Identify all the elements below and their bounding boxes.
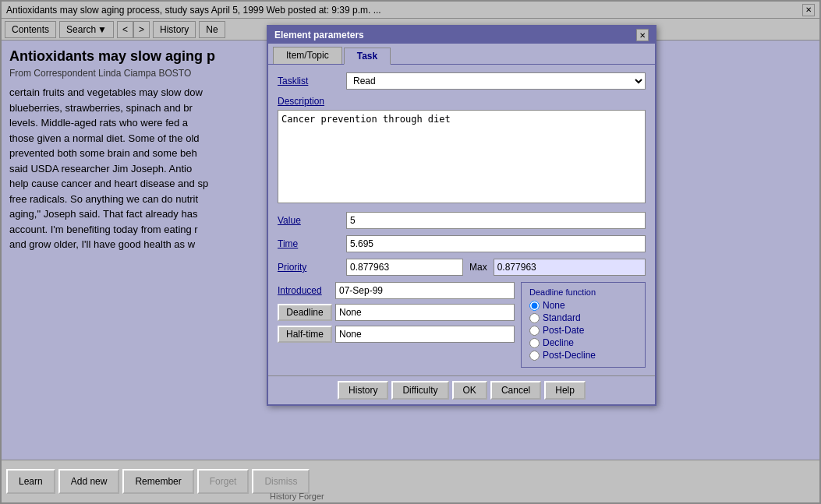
- nav-back-button[interactable]: <: [117, 21, 133, 38]
- history-dialog-button[interactable]: History: [338, 381, 388, 400]
- deadline-option-decline[interactable]: Decline: [529, 337, 637, 348]
- history-button[interactable]: History: [153, 21, 196, 38]
- main-window: Antioxidants may slow aging process, stu…: [0, 0, 821, 504]
- deadline-row: Deadline: [278, 304, 515, 321]
- nav-forward-button[interactable]: >: [133, 21, 150, 38]
- ne-button[interactable]: Ne: [199, 21, 225, 38]
- deadline-radio-none[interactable]: [529, 301, 540, 311]
- deadline-option-postdate[interactable]: Post-Date: [529, 325, 637, 336]
- help-button[interactable]: Help: [544, 381, 586, 400]
- tasklist-row: Tasklist Read Inbox Archive: [278, 72, 646, 90]
- halftime-input[interactable]: [335, 326, 515, 343]
- title-bar: Antioxidants may slow aging process, stu…: [2, 2, 819, 19]
- deadline-option-none[interactable]: None: [529, 300, 637, 311]
- dialog-content: Tasklist Read Inbox Archive Description …: [268, 65, 655, 375]
- deadline-input[interactable]: [335, 304, 515, 321]
- difficulty-button[interactable]: Difficulty: [391, 381, 448, 400]
- value-label: Value: [278, 215, 340, 226]
- deadline-label-none: None: [543, 300, 565, 311]
- max-input[interactable]: [494, 259, 646, 276]
- deadline-radio-decline[interactable]: [529, 338, 540, 348]
- max-label: Max: [469, 262, 487, 273]
- deadline-label-postdecline: Post-Decline: [543, 350, 596, 361]
- tab-item-topic[interactable]: Item/Topic: [273, 47, 342, 64]
- forget-button[interactable]: Forget: [197, 469, 249, 494]
- remember-button[interactable]: Remember: [122, 469, 193, 494]
- introduced-label: Introduced: [278, 285, 332, 296]
- dialog-close-button[interactable]: ✕: [636, 29, 649, 41]
- halftime-row: Half-time: [278, 326, 515, 343]
- dialog-title-bar: Element parameters ✕: [268, 26, 655, 44]
- deadline-button[interactable]: Deadline: [278, 304, 332, 321]
- deadline-function-title: Deadline function: [529, 287, 637, 297]
- value-input[interactable]: [346, 212, 646, 229]
- description-textarea[interactable]: Cancer prevention through diet: [278, 110, 646, 203]
- deadline-radio-postdate[interactable]: [529, 326, 540, 336]
- value-row: Value: [278, 212, 646, 229]
- description-label: Description: [278, 96, 646, 107]
- deadline-label-decline: Decline: [543, 337, 574, 348]
- deadline-radio-postdecline[interactable]: [529, 351, 540, 361]
- search-label: Search: [66, 24, 96, 35]
- dialog-tabs: Item/Topic Task: [268, 44, 655, 65]
- contents-button[interactable]: Contents: [5, 21, 56, 38]
- dialog-bottom-buttons: History Difficulty OK Cancel Help: [268, 375, 655, 404]
- window-close-button[interactable]: ✕: [802, 4, 815, 16]
- deadline-label-standard: Standard: [543, 312, 581, 323]
- learn-button[interactable]: Learn: [6, 469, 55, 494]
- time-input[interactable]: [346, 235, 646, 252]
- tasklist-label: Tasklist: [278, 76, 340, 86]
- add-new-button[interactable]: Add new: [58, 469, 120, 494]
- tasklist-select[interactable]: Read Inbox Archive: [346, 72, 646, 90]
- deadline-function-box: Deadline function None Standard Post-Dat…: [521, 282, 646, 368]
- date-left: Introduced Deadline Half-time: [278, 282, 515, 368]
- search-arrow-icon: ▼: [97, 24, 107, 35]
- priority-input[interactable]: [346, 259, 463, 276]
- window-title: Antioxidants may slow aging process, stu…: [6, 5, 381, 16]
- priority-label: Priority: [278, 262, 340, 273]
- history-forger-label: History Forger: [267, 490, 327, 502]
- introduced-row: Introduced: [278, 282, 515, 299]
- description-section: Description Cancer prevention through di…: [278, 96, 646, 212]
- tab-task[interactable]: Task: [344, 48, 391, 65]
- nav-buttons: < >: [117, 21, 150, 38]
- search-button[interactable]: Search ▼: [59, 21, 114, 38]
- deadline-radio-standard[interactable]: [529, 313, 540, 323]
- time-label: Time: [278, 238, 340, 249]
- time-row: Time: [278, 235, 646, 252]
- ok-button[interactable]: OK: [452, 381, 487, 400]
- halftime-button[interactable]: Half-time: [278, 326, 332, 343]
- deadline-label-postdate: Post-Date: [543, 325, 584, 336]
- deadline-option-postdecline[interactable]: Post-Decline: [529, 350, 637, 361]
- priority-row: Priority Max: [278, 259, 646, 276]
- dialog-title: Element parameters: [274, 30, 364, 41]
- element-parameters-dialog: Element parameters ✕ Item/Topic Task Tas…: [267, 25, 656, 406]
- deadline-option-standard[interactable]: Standard: [529, 312, 637, 323]
- bottom-toolbar: Learn Add new Remember Forget Dismiss: [2, 460, 819, 502]
- introduced-input[interactable]: [335, 282, 515, 299]
- date-section: Introduced Deadline Half-time: [278, 282, 646, 368]
- cancel-button[interactable]: Cancel: [490, 381, 541, 400]
